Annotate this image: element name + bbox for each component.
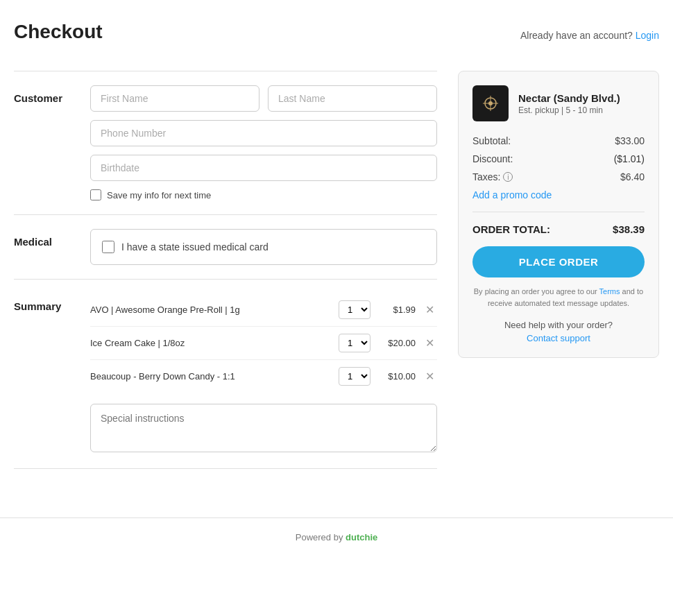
item-name: AVO | Awesome Orange Pre-Roll | 1g <box>90 305 332 315</box>
medical-content: I have a state issued medical card <box>90 229 437 265</box>
price-rows: Subtotal: $33.00 Discount: ($1.01) Taxes… <box>472 135 645 200</box>
page-title: Checkout <box>14 21 103 43</box>
summary-item: AVO | Awesome Orange Pre-Roll | 1g 12345… <box>90 293 437 327</box>
subtotal-row: Subtotal: $33.00 <box>472 135 645 146</box>
terms-text: By placing an order you agree to our Ter… <box>472 286 645 309</box>
store-info: Nectar (Sandy Blvd.) Est. pickup | 5 - 1… <box>518 92 620 115</box>
first-name-input[interactable] <box>90 85 259 112</box>
store-header: Nectar (Sandy Blvd.) Est. pickup | 5 - 1… <box>472 85 645 121</box>
special-instructions-input[interactable] <box>90 404 437 452</box>
order-panel: Nectar (Sandy Blvd.) Est. pickup | 5 - 1… <box>458 71 659 358</box>
customer-label: Customer <box>14 85 76 200</box>
medical-section: Medical I have a state issued medical ca… <box>14 214 437 279</box>
discount-value: ($1.01) <box>614 153 645 164</box>
terms-link[interactable]: Terms <box>599 287 620 296</box>
help-text: Need help with your order? <box>472 320 645 330</box>
subtotal-label: Subtotal: <box>472 135 511 146</box>
medical-card-checkbox[interactable] <box>102 241 114 253</box>
help-section: Need help with your order? Contact suppo… <box>472 320 645 343</box>
order-total-row: ORDER TOTAL: $38.39 <box>472 212 645 235</box>
medical-label: Medical <box>14 229 76 265</box>
item-price-2: $10.00 <box>377 371 416 382</box>
quantity-select-1[interactable]: 12345 <box>339 334 370 352</box>
remove-item-button-2[interactable]: ✕ <box>423 371 437 382</box>
quantity-select-2[interactable]: 12345 <box>339 367 370 386</box>
medical-card-label[interactable]: I have a state issued medical card <box>121 241 269 253</box>
login-link[interactable]: Login <box>636 30 659 41</box>
discount-label: Discount: <box>472 153 513 164</box>
discount-row: Discount: ($1.01) <box>472 153 645 164</box>
item-name: Ice Cream Cake | 1/8oz <box>90 338 332 348</box>
promo-link[interactable]: Add a promo code <box>472 189 552 200</box>
medical-card-box: I have a state issued medical card <box>90 229 437 265</box>
powered-by-text: Powered by <box>296 532 343 542</box>
order-total-value: $38.39 <box>613 223 645 235</box>
last-name-input[interactable] <box>268 85 437 112</box>
item-price-0: $1.99 <box>377 305 416 315</box>
summary-item: Beaucoup - Berry Down Candy - 1:1 12345 … <box>90 360 437 393</box>
taxes-info-icon[interactable]: i <box>503 172 513 182</box>
contact-support-link[interactable]: Contact support <box>472 333 645 343</box>
birthdate-input[interactable] <box>90 155 437 181</box>
store-pickup: Est. pickup | 5 - 10 min <box>518 105 620 115</box>
save-info-label[interactable]: Save my info for next time <box>107 190 211 200</box>
store-logo-icon <box>478 91 503 116</box>
footer: Powered by dutchie <box>0 517 673 556</box>
already-account-text: Already have an account? Login <box>520 30 659 41</box>
summary-section: Summary AVO | Awesome Orange Pre-Roll | … <box>14 279 437 469</box>
brand-name: dutchie <box>346 532 377 542</box>
item-name: Beaucoup - Berry Down Candy - 1:1 <box>90 371 332 382</box>
summary-label: Summary <box>14 293 76 454</box>
quantity-select-0[interactable]: 12345 <box>339 300 370 319</box>
summary-items-container: AVO | Awesome Orange Pre-Roll | 1g 12345… <box>90 293 437 454</box>
subtotal-value: $33.00 <box>615 135 645 146</box>
order-total-label: ORDER TOTAL: <box>472 223 550 235</box>
phone-input[interactable] <box>90 120 437 146</box>
customer-form: Save my info for next time <box>90 85 437 200</box>
customer-section: Customer Save my info for next time <box>14 71 437 214</box>
store-logo <box>472 85 509 121</box>
remove-item-button-0[interactable]: ✕ <box>423 305 437 316</box>
tax-row: Taxes: i $6.40 <box>472 171 645 182</box>
special-instructions-section <box>90 404 437 454</box>
remove-item-button-1[interactable]: ✕ <box>423 338 437 349</box>
save-info-checkbox[interactable] <box>90 189 101 200</box>
taxes-value: $6.40 <box>620 171 645 182</box>
place-order-button[interactable]: PLACE ORDER <box>472 246 645 277</box>
taxes-label: Taxes: <box>472 171 500 182</box>
summary-item: Ice Cream Cake | 1/8oz 12345 $20.00 ✕ <box>90 327 437 360</box>
item-price-1: $20.00 <box>377 338 416 348</box>
store-name: Nectar (Sandy Blvd.) <box>518 92 620 104</box>
